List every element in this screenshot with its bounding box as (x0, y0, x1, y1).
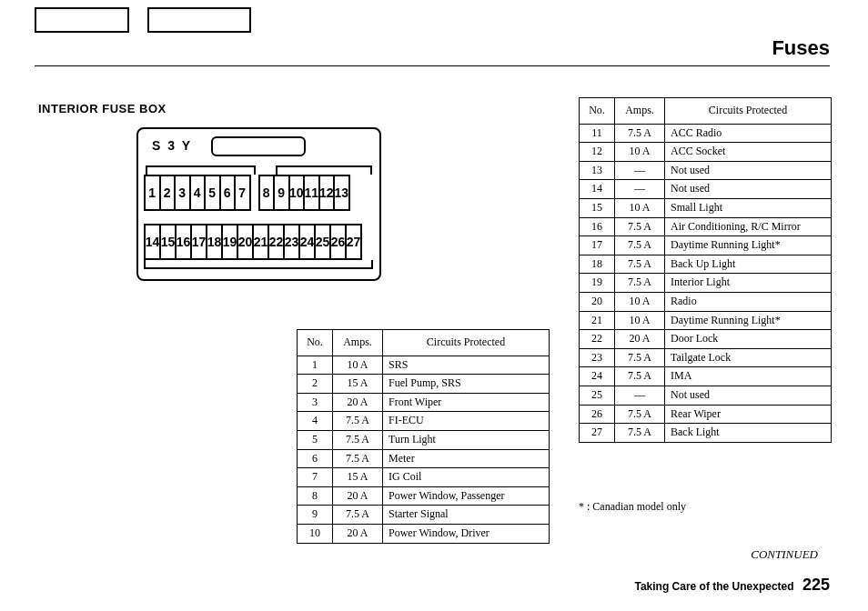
cell-no: 25 (580, 386, 615, 405)
fusebox-diagram: S 3 Y 12345678910111213 1415161718192021… (136, 127, 381, 281)
col-circuits: Circuits Protected (665, 98, 832, 125)
cell-circuits: Fuel Pump, SRS (383, 375, 550, 394)
cell-circuits: Turn Light (383, 430, 550, 449)
cell-amps: 7.5 A (615, 405, 665, 424)
header-box-1 (35, 7, 129, 33)
cell-no: 26 (580, 405, 615, 424)
cell-circuits: Power Window, Passenger (383, 486, 550, 506)
cell-amps: 15 A (333, 468, 383, 487)
cell-circuits: Front Wiper (383, 393, 550, 412)
fusebox-code: S 3 Y (152, 138, 192, 153)
fuse-table-11-27: No. Amps. Circuits Protected 117.5 AACC … (579, 97, 832, 443)
cell-amps: 10 A (615, 292, 665, 311)
fusebox-latch (211, 136, 306, 156)
col-no: No. (298, 330, 333, 356)
cell-circuits: ACC Socket (665, 143, 832, 162)
cell-amps: 7.5 A (333, 430, 383, 449)
cell-circuits: Power Window, Driver (383, 524, 550, 543)
fusebox-frame (276, 165, 372, 175)
cell-amps: — (615, 386, 665, 405)
table-row: 1020 APower Window, Driver (298, 524, 550, 543)
cell-no: 14 (580, 180, 615, 199)
fuse-table-1-10: No. Amps. Circuits Protected 110 ASRS215… (297, 329, 550, 544)
cell-amps: — (615, 180, 665, 199)
page-title: Fuses (772, 36, 830, 60)
cell-no: 11 (580, 124, 615, 143)
cell-amps: 20 A (333, 393, 383, 412)
cell-no: 7 (298, 468, 333, 487)
cell-amps: 7.5 A (615, 274, 665, 293)
cell-circuits: Not used (665, 386, 832, 405)
table-row: 14—Not used (580, 180, 832, 199)
table-row: 320 AFront Wiper (298, 393, 550, 412)
col-amps: Amps. (333, 330, 383, 356)
cell-amps: 7.5 A (615, 236, 665, 255)
table-row: 57.5 ATurn Light (298, 430, 550, 449)
cell-circuits: SRS (383, 356, 550, 375)
section-title: INTERIOR FUSE BOX (38, 102, 167, 115)
cell-amps: 7.5 A (333, 449, 383, 468)
cell-amps: 20 A (333, 524, 383, 543)
table-row: 247.5 AIMA (580, 367, 832, 386)
cell-circuits: Air Conditioning, R/C Mirror (665, 217, 832, 236)
cell-no: 6 (298, 449, 333, 468)
cell-circuits: Door Lock (665, 330, 832, 349)
header-box-2 (147, 7, 251, 33)
table-row: 110 ASRS (298, 356, 550, 375)
table-row: 820 APower Window, Passenger (298, 486, 550, 506)
cell-amps: 7.5 A (615, 348, 665, 367)
cell-circuits: Radio (665, 292, 832, 311)
col-no: No. (580, 98, 615, 125)
table-row: 267.5 ARear Wiper (580, 405, 832, 424)
cell-no: 4 (298, 412, 333, 431)
footnote: * : Canadian model only (579, 500, 686, 514)
cell-amps: 10 A (615, 311, 665, 330)
cell-amps: 7.5 A (333, 506, 383, 525)
cell-no: 22 (580, 330, 615, 349)
cell-circuits: Tailgate Lock (665, 348, 832, 367)
cell-no: 13 (580, 161, 615, 180)
cell-amps: 10 A (615, 198, 665, 217)
table-row: 2220 ADoor Lock (580, 330, 832, 349)
title-rule (35, 65, 830, 66)
cell-no: 18 (580, 255, 615, 274)
table-row: 13—Not used (580, 161, 832, 180)
cell-no: 1 (298, 356, 333, 375)
cell-circuits: Back Up Light (665, 255, 832, 274)
cell-circuits: Daytime Running Light* (665, 236, 832, 255)
table-row: 2110 ADaytime Running Light* (580, 311, 832, 330)
cell-circuits: IMA (665, 367, 832, 386)
cell-no: 10 (298, 524, 333, 543)
cell-amps: 7.5 A (615, 424, 665, 443)
cell-no: 20 (580, 292, 615, 311)
table-row: 25—Not used (580, 386, 832, 405)
fuse-slot-27: 27 (345, 224, 362, 260)
cell-amps: 10 A (615, 143, 665, 162)
continued-label: CONTINUED (751, 547, 818, 562)
cell-amps: 10 A (333, 356, 383, 375)
cell-no: 9 (298, 506, 333, 525)
fusebox-frame (144, 260, 373, 269)
table-row: 715 AIG Coil (298, 468, 550, 487)
cell-amps: 7.5 A (615, 124, 665, 143)
fuse-slot-13: 13 (333, 175, 350, 211)
table-row: 2010 ARadio (580, 292, 832, 311)
cell-no: 15 (580, 198, 615, 217)
cell-amps: 7.5 A (615, 255, 665, 274)
cell-circuits: FI-ECU (383, 412, 550, 431)
cell-no: 17 (580, 236, 615, 255)
table-row: 197.5 AInterior Light (580, 274, 832, 293)
page-number: 225 (802, 576, 830, 594)
cell-amps: — (615, 161, 665, 180)
cell-no: 3 (298, 393, 333, 412)
table-row: 1210 AACC Socket (580, 143, 832, 162)
cell-amps: 7.5 A (615, 217, 665, 236)
table-row: 67.5 AMeter (298, 449, 550, 468)
cell-circuits: Interior Light (665, 274, 832, 293)
col-amps: Amps. (615, 98, 665, 125)
cell-circuits: Rear Wiper (665, 405, 832, 424)
cell-no: 21 (580, 311, 615, 330)
table-row: 187.5 ABack Up Light (580, 255, 832, 274)
fusebox-row-1: 12345678910111213 (146, 175, 372, 211)
table-row: 177.5 ADaytime Running Light* (580, 236, 832, 255)
